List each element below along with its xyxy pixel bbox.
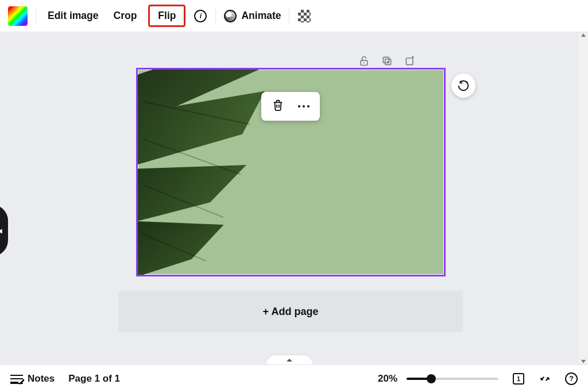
animate-label: Animate (241, 10, 281, 22)
animate-button[interactable]: Animate (224, 10, 281, 22)
bottom-bar: Notes Page 1 of 1 20% 1 ? (0, 364, 588, 392)
top-toolbar: Edit image Crop Flip i Animate (0, 0, 588, 32)
add-page-button[interactable]: + Add page (118, 291, 463, 332)
edit-image-button[interactable]: Edit image (44, 7, 102, 24)
svg-point-4 (467, 82, 467, 83)
color-picker-swatch[interactable] (8, 6, 28, 26)
animate-icon (224, 10, 237, 22)
separator (215, 8, 216, 24)
notes-label: Notes (28, 373, 55, 385)
unlock-icon[interactable] (358, 55, 370, 67)
zoom-slider[interactable] (407, 378, 498, 380)
crop-button[interactable]: Crop (110, 7, 141, 24)
separator (36, 8, 36, 24)
duplicate-page-icon[interactable] (381, 55, 393, 67)
separator (289, 8, 289, 24)
side-panel-toggle[interactable]: ◀ (0, 205, 8, 256)
info-icon[interactable]: i (194, 9, 207, 23)
scroll-down-icon[interactable] (581, 360, 586, 363)
grid-view-icon[interactable]: 1 (512, 372, 525, 385)
flip-button[interactable]: Flip (148, 5, 185, 27)
more-options-icon[interactable] (298, 105, 310, 107)
collapse-bottom-handle[interactable] (266, 355, 312, 364)
transparency-icon[interactable] (297, 9, 311, 23)
page-indicator[interactable]: Page 1 of 1 (68, 373, 120, 385)
notes-button[interactable]: Notes (10, 373, 55, 385)
scroll-up-icon[interactable] (581, 33, 586, 37)
floating-context-toolbar (261, 92, 320, 121)
add-page-icon[interactable] (404, 55, 416, 67)
notes-icon (10, 374, 23, 384)
svg-rect-3 (406, 58, 413, 65)
vertical-scrollbar[interactable] (579, 32, 588, 364)
zoom-percent-label[interactable]: 20% (378, 373, 397, 385)
zoom-controls: 20% (378, 373, 498, 385)
fullscreen-icon[interactable] (539, 372, 551, 385)
zoom-slider-knob[interactable] (427, 374, 436, 383)
help-icon[interactable]: ? (565, 372, 578, 385)
page-actions-row (358, 55, 416, 67)
delete-icon[interactable] (272, 99, 284, 114)
regenerate-icon[interactable] (451, 74, 475, 98)
